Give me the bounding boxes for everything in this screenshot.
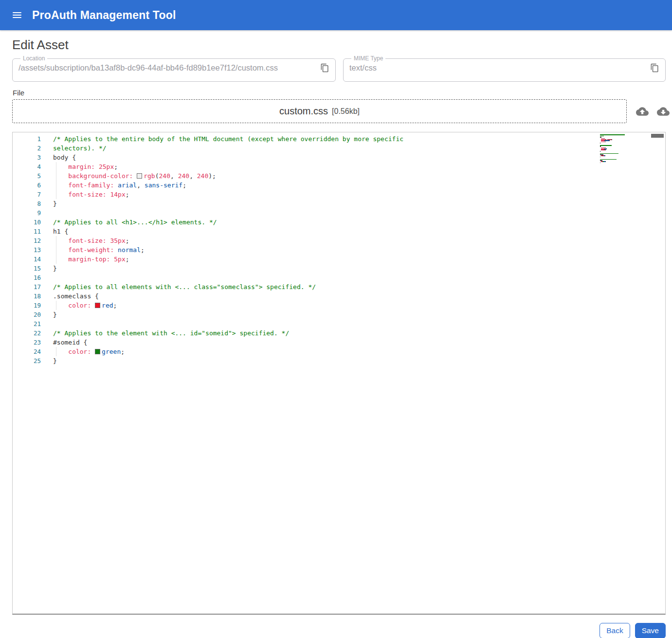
code-line[interactable]: color: green; [53,347,665,356]
save-button[interactable]: Save [635,623,666,638]
app-header: ProAuth Management Tool [0,0,672,30]
code-line[interactable] [53,273,665,282]
line-number: 6 [13,181,41,190]
minimap[interactable] [600,134,631,164]
cloud-upload-icon [636,112,649,119]
line-numbers: 1234567891011121314151617181920212223242… [13,132,41,614]
fields-row: Location /assets/subscription/ba13af8b-d… [12,55,666,82]
code-line[interactable]: margin-top: 5px; [53,255,665,264]
copy-icon [320,67,329,74]
copy-icon [650,67,659,74]
app-title: ProAuth Management Tool [32,9,176,22]
code-line[interactable]: } [53,310,665,319]
code-line[interactable]: } [53,356,665,365]
code-line[interactable]: font-size: 35px; [53,236,665,245]
code-line[interactable]: background-color: rgb(240, 240, 240); [53,171,665,181]
file-dropzone[interactable]: custom.css [0.56kb] [12,99,627,123]
code-line[interactable]: margin: 25px; [53,162,665,171]
code-line[interactable]: color: red; [53,301,665,310]
code-line[interactable]: } [53,264,665,273]
line-number: 1 [13,134,41,144]
code-line[interactable]: selectors). */ [53,144,665,153]
line-number: 17 [13,282,41,292]
line-number: 19 [13,301,41,310]
code-line[interactable]: /* Applies to all <h1>...</h1> elements.… [53,218,665,227]
main-content: Edit Asset Location /assets/subscription… [0,37,672,638]
download-file-button[interactable] [656,104,671,119]
line-number: 9 [13,208,41,218]
code-line[interactable]: .someclass { [53,292,665,301]
code-line[interactable]: #someid { [53,338,665,347]
line-number: 22 [13,328,41,338]
line-number: 15 [13,264,41,273]
line-number: 23 [13,338,41,347]
mime-type-field-value[interactable]: text/css [349,63,377,73]
line-number: 5 [13,171,41,181]
code-line[interactable]: /* Applies to all elements with <... cla… [53,282,665,292]
file-size: [0.56kb] [332,107,360,116]
line-number: 7 [13,190,41,199]
line-number: 11 [13,227,41,236]
cloud-download-icon [657,112,670,119]
line-number: 2 [13,144,41,153]
location-field-label: Location [20,55,47,61]
mime-type-field[interactable]: MIME Type text/css [343,55,666,82]
copy-location-button[interactable] [319,62,330,73]
color-swatch-icon [137,173,142,179]
line-number: 3 [13,153,41,162]
line-number: 20 [13,310,41,319]
code-line[interactable]: font-weight: normal; [53,245,665,255]
location-field[interactable]: Location /assets/subscription/ba13af8b-d… [12,55,336,82]
line-number: 16 [13,273,41,282]
color-swatch-icon [95,303,100,308]
line-number: 4 [13,162,41,171]
line-number: 25 [13,356,41,365]
hamburger-menu-icon[interactable] [13,10,21,20]
code-line[interactable] [53,319,665,328]
footer-actions: Back Save [12,623,666,638]
code-line[interactable]: font-family: arial, sans-serif; [53,181,665,190]
line-number: 24 [13,347,41,356]
code-line[interactable]: /* Applies to the entire body of the HTM… [53,134,665,144]
line-number: 8 [13,199,41,208]
line-number: 13 [13,245,41,255]
file-row: custom.css [0.56kb] [12,99,666,123]
mime-type-field-label: MIME Type [351,55,385,61]
code-line[interactable]: } [53,199,665,208]
copy-mime-button[interactable] [649,62,660,73]
line-number: 18 [13,292,41,301]
file-section-label: File [13,89,666,97]
line-number: 14 [13,255,41,264]
location-field-value[interactable]: /assets/subscription/ba13af8b-dc96-44af-… [18,63,278,73]
code-editor[interactable]: 1234567891011121314151617181920212223242… [12,132,666,615]
code-line[interactable]: h1 { [53,227,665,236]
page-title: Edit Asset [12,37,666,53]
upload-file-button[interactable] [635,104,650,119]
code-line[interactable]: font-size: 14px; [53,190,665,199]
code-lines[interactable]: /* Applies to the entire body of the HTM… [41,132,665,614]
file-name: custom.css [279,106,328,117]
line-number: 12 [13,236,41,245]
scrollbar-thumb[interactable] [651,134,664,138]
code-line[interactable]: body { [53,153,665,162]
line-number: 21 [13,319,41,328]
line-number: 10 [13,218,41,227]
code-line[interactable]: /* Applies to the element with <... id="… [53,328,665,338]
color-swatch-icon [95,349,100,354]
back-button[interactable]: Back [599,623,630,638]
code-line[interactable] [53,208,665,218]
